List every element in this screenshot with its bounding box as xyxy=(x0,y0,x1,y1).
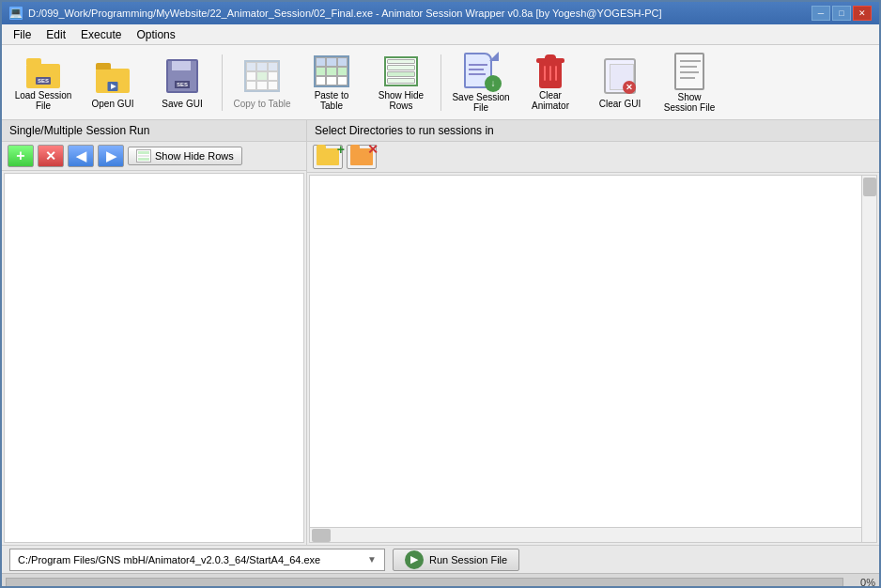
right-panel-content[interactable] xyxy=(309,175,877,543)
show-hide-rows-left-label: Show Hide Rows xyxy=(155,150,234,162)
left-move-right-button[interactable]: ▶ xyxy=(98,145,124,167)
show-hide-rows-label: Show Hide Rows xyxy=(372,90,430,111)
show-session-file-label: Show Session File xyxy=(660,92,719,113)
close-button[interactable]: ✕ xyxy=(853,6,872,21)
run-button-label: Run Session File xyxy=(429,554,507,565)
copy-to-table-button[interactable]: Copy to Table xyxy=(228,50,296,116)
remove-directory-button[interactable]: ✕ xyxy=(347,145,377,169)
show-hide-icon xyxy=(136,149,151,162)
right-panel-toolbar: + ✕ xyxy=(307,142,879,173)
menu-bar: File Edit Execute Options xyxy=(2,24,879,45)
h-scrollbar-thumb[interactable] xyxy=(312,529,331,542)
maximize-button[interactable]: □ xyxy=(832,6,851,21)
right-panel-header: Select Directories to run sessions in xyxy=(307,120,879,142)
save-session-file-label: Save Session File xyxy=(452,92,510,113)
run-icon: ▶ xyxy=(405,550,424,569)
left-panel: Single/Multiple Session Run + ✕ ◀ ▶ xyxy=(2,120,307,545)
save-session-file-button[interactable]: ↓ Save Session File xyxy=(447,50,515,116)
menu-execute[interactable]: Execute xyxy=(73,26,129,43)
show-session-file-icon xyxy=(669,53,710,90)
exe-path-text: C:/Program Files/GNS mbH/Animator4_v2.0.… xyxy=(18,554,320,565)
show-session-file-button[interactable]: Show Session File xyxy=(656,50,723,116)
bottom-scrollbar[interactable] xyxy=(310,527,861,542)
paste-to-table-label: Paste to Table xyxy=(302,90,361,111)
title-bar: 💻 D:/099_Work/Programming/MyWebsite/22_A… xyxy=(2,2,879,24)
menu-options[interactable]: Options xyxy=(129,26,182,43)
run-session-file-button[interactable]: ▶ Run Session File xyxy=(393,549,519,571)
show-hide-rows-button[interactable]: Show Hide Rows xyxy=(367,50,435,116)
load-session-button[interactable]: SES Load Session File xyxy=(9,50,77,116)
menu-edit[interactable]: Edit xyxy=(39,26,73,43)
copy-to-table-label: Copy to Table xyxy=(234,99,291,109)
add-directory-button[interactable]: + xyxy=(313,145,343,169)
load-session-label: Load Session File xyxy=(14,90,72,111)
title-text: 💻 D:/099_Work/Programming/MyWebsite/22_A… xyxy=(9,7,662,20)
open-gui-icon: ▶ xyxy=(92,55,133,97)
save-gui-icon: SES xyxy=(162,55,203,97)
status-bar: C:/Program Files/GNS mbH/Animator4_v2.0.… xyxy=(2,545,879,573)
toolbar: SES Load Session File ▶ Open GUI SES Sav… xyxy=(2,45,879,120)
left-show-hide-button[interactable]: Show Hide Rows xyxy=(128,147,242,165)
show-hide-rows-icon xyxy=(380,54,422,88)
open-gui-button[interactable]: ▶ Open GUI xyxy=(79,50,147,116)
load-session-icon: SES xyxy=(23,54,64,88)
open-gui-label: Open GUI xyxy=(91,99,133,109)
copy-to-table-icon xyxy=(241,55,283,97)
menu-file[interactable]: File xyxy=(6,26,39,43)
right-scrollbar[interactable] xyxy=(861,176,876,542)
main-content: Single/Multiple Session Run + ✕ ◀ ▶ xyxy=(2,120,879,545)
right-panel: Select Directories to run sessions in + xyxy=(307,120,879,545)
minimize-button[interactable]: ─ xyxy=(811,6,830,21)
title-label: D:/099_Work/Programming/MyWebsite/22_Ani… xyxy=(28,8,662,19)
clear-animator-button[interactable]: Clear Animator xyxy=(517,50,584,116)
paste-to-table-icon xyxy=(311,54,352,88)
clear-animator-icon xyxy=(530,54,571,88)
window-controls: ─ □ ✕ xyxy=(811,6,872,21)
left-panel-header: Single/Multiple Session Run xyxy=(2,120,306,142)
left-move-left-button[interactable]: ◀ xyxy=(68,145,94,167)
progress-text: 0% xyxy=(847,577,875,588)
toolbar-sep-2 xyxy=(440,54,441,111)
clear-gui-label: Clear GUI xyxy=(599,99,641,109)
left-panel-content xyxy=(4,173,304,543)
dropdown-arrow-icon: ▼ xyxy=(367,554,377,565)
left-remove-button[interactable]: ✕ xyxy=(38,145,64,167)
toolbar-sep-1 xyxy=(222,54,223,111)
app-icon: 💻 xyxy=(9,7,23,20)
panels: Single/Multiple Session Run + ✕ ◀ ▶ xyxy=(2,120,879,545)
left-panel-toolbar: + ✕ ◀ ▶ Show Hide Rows xyxy=(2,142,306,171)
progress-bar xyxy=(6,578,843,587)
save-session-icon: ↓ xyxy=(460,53,502,90)
left-add-button[interactable]: + xyxy=(8,145,34,167)
clear-gui-icon: ✕ xyxy=(599,55,641,97)
clear-animator-label: Clear Animator xyxy=(521,90,580,111)
clear-gui-button[interactable]: ✕ Clear GUI xyxy=(586,50,654,116)
save-gui-label: Save GUI xyxy=(162,99,202,109)
exe-path-dropdown[interactable]: C:/Program Files/GNS mbH/Animator4_v2.0.… xyxy=(9,549,385,571)
save-gui-button[interactable]: SES Save GUI xyxy=(148,50,216,116)
paste-to-table-button[interactable]: Paste to Table xyxy=(298,50,365,116)
scrollbar-thumb[interactable] xyxy=(863,178,876,196)
progress-bar-area: 0% xyxy=(2,573,879,588)
